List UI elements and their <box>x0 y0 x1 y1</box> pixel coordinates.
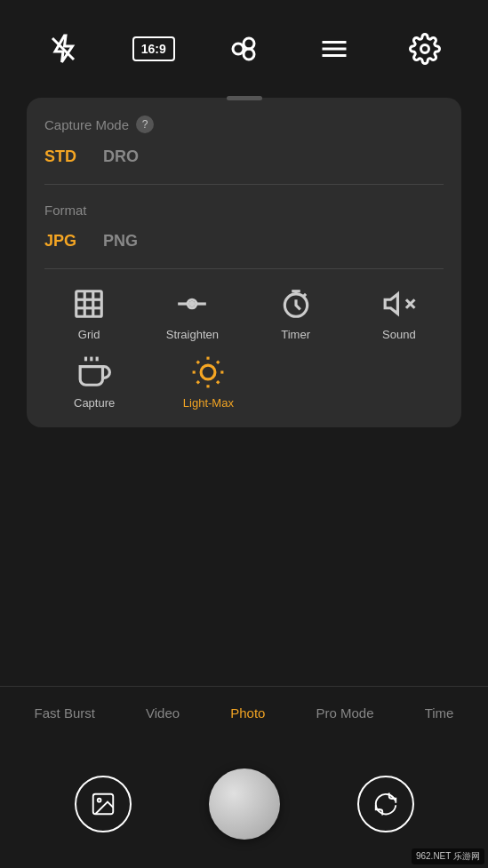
format-label: Format <box>44 203 87 218</box>
sound-label: Sound <box>382 328 416 341</box>
flip-camera-icon <box>372 791 399 817</box>
tab-fast-burst[interactable]: Fast Burst <box>24 698 106 728</box>
svg-point-7 <box>421 45 429 53</box>
capture-mode-std[interactable]: STD <box>44 147 76 166</box>
capture-mode-dro[interactable]: DRO <box>103 147 139 166</box>
settings-icons-row2-wrapper: Capture Light-Max <box>44 355 444 410</box>
sound-icon-item[interactable]: Sound <box>355 287 444 341</box>
help-icon[interactable]: ? <box>136 115 154 133</box>
svg-marker-19 <box>385 294 397 314</box>
format-jpg[interactable]: JPG <box>44 232 76 251</box>
flash-off-icon <box>47 33 79 65</box>
capture-label: Capture <box>74 396 115 410</box>
effects-button[interactable] <box>224 29 263 68</box>
flip-camera-button[interactable] <box>357 776 414 832</box>
shutter-button[interactable] <box>209 768 280 840</box>
svg-point-16 <box>191 302 194 305</box>
bottom-tabs: Fast Burst Video Photo Pro Mode Time <box>0 686 488 739</box>
svg-line-28 <box>197 362 199 363</box>
format-png[interactable]: PNG <box>103 232 138 251</box>
straighten-label: Straighten <box>166 328 219 341</box>
ratio-label: 16:9 <box>132 36 175 61</box>
sound-off-icon <box>382 287 416 321</box>
capture-icon <box>77 355 111 389</box>
capture-mode-section: Capture Mode ? <box>44 115 444 133</box>
format-row: JPG PNG <box>44 232 444 251</box>
svg-line-29 <box>217 381 219 383</box>
watermark-label: 乐游网 <box>453 851 480 861</box>
timer-label: Timer <box>281 328 310 341</box>
svg-point-3 <box>244 49 254 60</box>
watermark-site: 962.NET <box>416 851 451 861</box>
grid-icon-item[interactable]: Grid <box>44 287 133 341</box>
dropdown-panel: Capture Mode ? STD DRO Format JPG PNG Gr… <box>27 98 461 427</box>
tab-video[interactable]: Video <box>135 698 190 728</box>
grid-label: Grid <box>78 328 100 341</box>
tab-pro-mode[interactable]: Pro Mode <box>305 698 384 728</box>
svg-line-32 <box>197 381 199 383</box>
tab-photo[interactable]: Photo <box>220 698 276 728</box>
straighten-icon <box>175 287 209 321</box>
timer-icon <box>279 287 313 321</box>
settings-icons-row2: Capture Light-Max <box>44 355 444 410</box>
straighten-icon-item[interactable]: Straighten <box>148 287 236 341</box>
format-section: Format <box>44 203 444 218</box>
settings-icon <box>409 33 441 65</box>
effects-icon <box>228 33 260 65</box>
dropdown-indicator <box>227 96 262 100</box>
light-max-label: Light-Max <box>183 396 234 410</box>
divider-1 <box>44 184 444 185</box>
svg-point-1 <box>233 44 244 54</box>
menu-icon <box>318 33 350 65</box>
flash-icon-button[interactable] <box>44 29 83 68</box>
settings-icons-row1: Grid Straighten Timer <box>44 287 444 341</box>
top-toolbar: 16:9 <box>0 0 488 98</box>
svg-rect-8 <box>76 291 102 317</box>
svg-point-2 <box>244 38 254 49</box>
capture-mode-label: Capture Mode <box>44 117 129 132</box>
gallery-button[interactable] <box>75 776 132 832</box>
menu-button[interactable] <box>315 29 354 68</box>
light-max-icon <box>191 355 225 389</box>
settings-button[interactable] <box>405 29 444 68</box>
ratio-button[interactable]: 16:9 <box>134 29 173 68</box>
svg-point-25 <box>201 365 215 379</box>
capture-icon-item[interactable]: Capture <box>44 355 144 410</box>
svg-point-35 <box>97 798 100 801</box>
watermark: 962.NET 乐游网 <box>412 848 484 864</box>
divider-2 <box>44 268 444 269</box>
timer-icon-item[interactable]: Timer <box>252 287 340 341</box>
svg-line-33 <box>217 362 219 363</box>
gallery-icon <box>90 791 116 817</box>
tab-time[interactable]: Time <box>414 698 465 728</box>
grid-icon <box>72 287 106 321</box>
capture-mode-row: STD DRO <box>44 147 444 166</box>
light-max-icon-item[interactable]: Light-Max <box>158 355 258 410</box>
